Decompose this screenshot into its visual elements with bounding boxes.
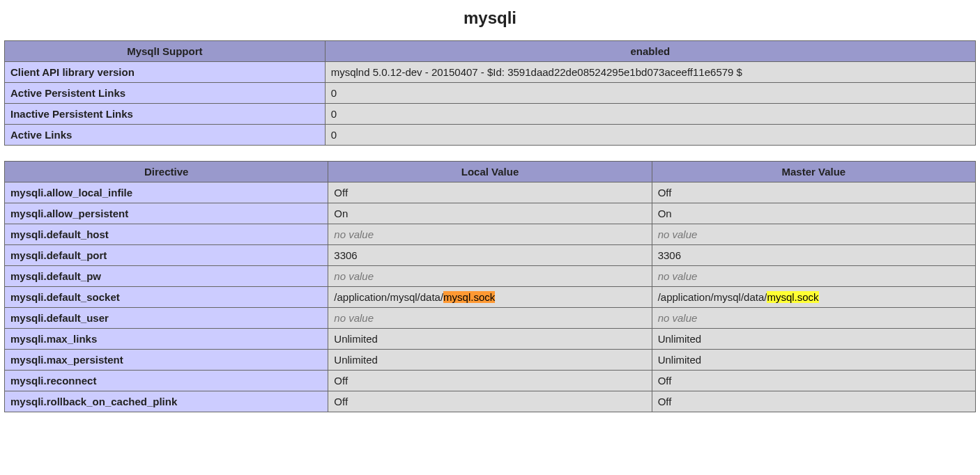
table-row: mysqli.reconnectOffOff — [5, 371, 976, 391]
no-value-label: no value — [334, 270, 374, 282]
table-row: mysqli.default_socket/application/mysql/… — [5, 287, 976, 308]
summary-label: Active Links — [5, 125, 326, 146]
directive-master-value: no value — [652, 266, 975, 287]
summary-header-left: MysqlI Support — [5, 41, 326, 62]
directive-local-value: 3306 — [328, 245, 652, 266]
section-title: mysqli — [4, 8, 976, 28]
table-row: mysqli.default_pwno valueno value — [5, 266, 976, 287]
no-value-label: no value — [658, 270, 698, 282]
summary-label: Client API library version — [5, 62, 326, 83]
value-prefix: /application/mysql/data/ — [658, 291, 767, 303]
summary-label: Active Persistent Links — [5, 83, 326, 104]
directive-name: mysqli.rollback_on_cached_plink — [5, 391, 328, 412]
table-row: Active Persistent Links0 — [5, 83, 976, 104]
directive-name: mysqli.max_links — [5, 329, 328, 350]
directive-local-value: no value — [328, 308, 652, 329]
no-value-label: no value — [658, 228, 698, 240]
directive-master-value: Off — [652, 371, 975, 391]
summary-label: Inactive Persistent Links — [5, 104, 326, 125]
directives-header-directive: Directive — [5, 162, 328, 182]
table-row: mysqli.max_persistentUnlimitedUnlimited — [5, 350, 976, 371]
directive-master-value: Unlimited — [652, 350, 975, 371]
table-row: mysqli.allow_local_infileOffOff — [5, 182, 976, 203]
directive-local-value: Unlimited — [328, 329, 652, 350]
directive-name: mysqli.max_persistent — [5, 350, 328, 371]
no-value-label: no value — [334, 312, 374, 324]
table-row: mysqli.default_port33063306 — [5, 245, 976, 266]
value-prefix: /application/mysql/data/ — [334, 291, 443, 303]
directive-name: mysqli.default_user — [5, 308, 328, 329]
directive-local-value: Off — [328, 182, 652, 203]
directives-header-local: Local Value — [328, 162, 652, 182]
directive-master-value: Off — [652, 182, 975, 203]
directive-master-value: Unlimited — [652, 329, 975, 350]
directive-master-value: Off — [652, 391, 975, 412]
directive-local-value: Off — [328, 371, 652, 391]
summary-header-row: MysqlI Support enabled — [5, 41, 976, 62]
value-highlight: mysql.sock — [767, 291, 818, 303]
directives-header-row: Directive Local Value Master Value — [5, 162, 976, 182]
summary-value: 0 — [325, 83, 975, 104]
directive-name: mysqli.default_port — [5, 245, 328, 266]
summary-value: 0 — [325, 104, 975, 125]
directive-name: mysqli.allow_persistent — [5, 203, 328, 224]
no-value-label: no value — [658, 312, 698, 324]
directive-local-value: Off — [328, 391, 652, 412]
directive-master-value: On — [652, 203, 975, 224]
summary-value: 0 — [325, 125, 975, 146]
table-row: Active Links0 — [5, 125, 976, 146]
table-row: mysqli.rollback_on_cached_plinkOffOff — [5, 391, 976, 412]
value-highlight: mysql.sock — [443, 291, 495, 303]
directive-name: mysqli.allow_local_infile — [5, 182, 328, 203]
directives-table: Directive Local Value Master Value mysql… — [4, 161, 976, 412]
summary-header-right: enabled — [325, 41, 975, 62]
directives-header-master: Master Value — [652, 162, 975, 182]
table-row: mysqli.max_linksUnlimitedUnlimited — [5, 329, 976, 350]
directive-name: mysqli.default_host — [5, 224, 328, 245]
directive-name: mysqli.default_pw — [5, 266, 328, 287]
directive-master-value: no value — [652, 308, 975, 329]
directive-master-value: no value — [652, 224, 975, 245]
table-row: mysqli.default_userno valueno value — [5, 308, 976, 329]
directive-local-value: On — [328, 203, 652, 224]
directive-master-value: /application/mysql/data/mysql.sock — [652, 287, 975, 308]
table-row: mysqli.allow_persistentOnOn — [5, 203, 976, 224]
directive-name: mysqli.reconnect — [5, 371, 328, 391]
no-value-label: no value — [334, 228, 374, 240]
summary-value: mysqlnd 5.0.12-dev - 20150407 - $Id: 359… — [325, 62, 975, 83]
summary-table: MysqlI Support enabled Client API librar… — [4, 40, 976, 146]
directive-name: mysqli.default_socket — [5, 287, 328, 308]
directive-local-value: /application/mysql/data/mysql.sock — [328, 287, 652, 308]
table-row: mysqli.default_hostno valueno value — [5, 224, 976, 245]
directive-local-value: no value — [328, 224, 652, 245]
directive-local-value: no value — [328, 266, 652, 287]
directive-local-value: Unlimited — [328, 350, 652, 371]
directive-master-value: 3306 — [652, 245, 975, 266]
table-row: Inactive Persistent Links0 — [5, 104, 976, 125]
table-row: Client API library versionmysqlnd 5.0.12… — [5, 62, 976, 83]
